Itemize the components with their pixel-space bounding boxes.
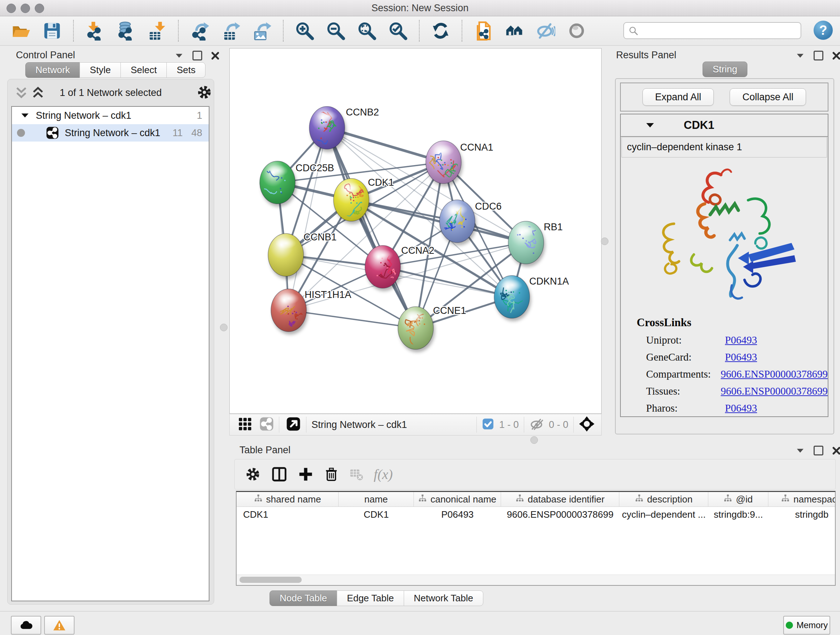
column-header-database-identifier[interactable]: database identifier xyxy=(501,492,619,507)
export-network-icon[interactable] xyxy=(189,21,210,41)
tab-select[interactable]: Select xyxy=(120,62,167,78)
add-column-icon[interactable] xyxy=(298,466,314,482)
network-collection-row[interactable]: String Network – cdk1 1 xyxy=(12,107,209,124)
zoom-in-icon[interactable] xyxy=(294,21,315,41)
results-panel-close-icon[interactable] xyxy=(832,51,840,60)
table-row[interactable]: CDK1CDK1P064939606.ENSP00000378699cyclin… xyxy=(237,507,835,522)
right-splitter-handle[interactable] xyxy=(601,238,608,245)
crosslink-link[interactable]: P06493 xyxy=(725,402,757,414)
memory-status-dot-icon xyxy=(786,622,793,629)
zoom-out-icon[interactable] xyxy=(325,21,346,41)
collapse-all-button[interactable]: Collapse All xyxy=(729,88,806,106)
import-network-icon[interactable] xyxy=(85,21,105,41)
tab-edge-table[interactable]: Edge Table xyxy=(337,591,404,606)
results-button-bar: Expand All Collapse All xyxy=(620,82,829,111)
table-cell[interactable]: P06493 xyxy=(414,507,501,522)
control-panel-float-icon[interactable] xyxy=(193,51,202,60)
table-cell[interactable]: CDK1 xyxy=(339,507,414,522)
column-header-shared-name[interactable]: shared name xyxy=(237,492,339,507)
horizontal-splitter-handle[interactable] xyxy=(531,436,538,444)
export-image-icon[interactable] xyxy=(252,21,272,41)
cloud-button[interactable] xyxy=(11,616,41,635)
network-row-selected[interactable]: String Network – cdk1 11 48 xyxy=(12,124,209,141)
warning-button[interactable] xyxy=(44,616,74,635)
crosslink-label: Compartments: xyxy=(646,368,721,380)
crosslink-link[interactable]: P06493 xyxy=(725,334,757,346)
crosslink-link[interactable]: 9606.ENSP00000378699 xyxy=(721,385,828,397)
export-table-icon[interactable] xyxy=(221,21,241,41)
collection-expand-caret-icon[interactable] xyxy=(20,111,30,120)
tab-sets[interactable]: Sets xyxy=(166,62,205,78)
hide-glasses-icon[interactable] xyxy=(535,21,556,41)
tab-string[interactable]: String xyxy=(703,62,747,77)
table-cell[interactable]: cyclin–dependent ... xyxy=(619,507,708,522)
network-canvas[interactable]: CCNB2CCNA1CDC25BCDK1CDC6RB1CCNB1CCNA2CDK… xyxy=(229,48,602,414)
crosslink-link[interactable]: 9606.ENSP00000378699 xyxy=(721,368,828,380)
crosslink-label: Uniprot: xyxy=(646,334,725,346)
help-button[interactable]: ? xyxy=(813,21,833,40)
column-header-name[interactable]: name xyxy=(339,492,414,507)
save-session-icon[interactable] xyxy=(42,21,62,41)
left-splitter-handle[interactable] xyxy=(220,324,227,331)
import-database-icon[interactable] xyxy=(116,21,136,41)
tab-network-table[interactable]: Network Table xyxy=(404,591,483,606)
search-box[interactable] xyxy=(623,22,801,39)
tree-column-icon xyxy=(781,494,790,505)
selected-checkbox-icon[interactable] xyxy=(482,418,494,432)
memory-button[interactable]: Memory xyxy=(783,616,830,635)
table-horizontal-scrollbar[interactable] xyxy=(237,575,835,585)
table-panel-float-icon[interactable] xyxy=(813,446,823,455)
table-panel-title: Table Panel xyxy=(240,445,291,456)
open-session-icon[interactable] xyxy=(11,21,31,41)
node-label: CCNA1 xyxy=(460,142,493,153)
table-cell[interactable]: stringdb:9... xyxy=(708,507,768,522)
zoom-fit-icon[interactable] xyxy=(357,21,377,41)
crosslink-link[interactable]: P06493 xyxy=(725,351,757,363)
results-panel-menu-icon[interactable] xyxy=(796,52,805,60)
table-cell[interactable]: 9606.ENSP00000378699 xyxy=(501,507,619,522)
column-header-@id[interactable]: @id xyxy=(708,492,768,507)
table-cell[interactable]: stringdb xyxy=(768,507,836,522)
results-panel-float-icon[interactable] xyxy=(813,51,823,60)
scrollbar-thumb[interactable] xyxy=(240,577,302,583)
table-panel-menu-icon[interactable] xyxy=(796,447,805,455)
open-in-new-icon[interactable] xyxy=(286,416,301,433)
function-builder-icon[interactable]: f(x) xyxy=(374,466,393,482)
node-label: CDC6 xyxy=(475,201,502,212)
string-results-container: Expand All Collapse All CDK1 cyclin–depe… xyxy=(615,78,834,434)
node-label: CCNB2 xyxy=(346,107,379,118)
birdseye-grid-icon[interactable] xyxy=(238,417,252,432)
table-cell[interactable]: CDK1 xyxy=(237,507,339,522)
table-panel-close-icon[interactable] xyxy=(832,447,840,455)
table-settings-gear-icon[interactable] xyxy=(245,466,261,482)
select-columns-icon[interactable] xyxy=(271,466,287,483)
gene-entry-card: CDK1 cyclin–dependent kinase 1 xyxy=(620,114,829,417)
column-header-canonical-name[interactable]: canonical name xyxy=(414,492,501,507)
column-header-description[interactable]: description xyxy=(619,492,708,507)
search-input[interactable] xyxy=(638,25,801,36)
tab-network[interactable]: Network xyxy=(25,62,80,78)
delete-column-trash-icon[interactable] xyxy=(324,467,339,482)
crosslink-label: Tissues: xyxy=(646,385,721,397)
string-share-icon[interactable] xyxy=(259,417,274,432)
refresh-icon[interactable] xyxy=(431,21,451,41)
gene-entry-header[interactable]: CDK1 xyxy=(621,114,828,137)
tab-node-table[interactable]: Node Table xyxy=(270,591,337,606)
delete-table-icon[interactable] xyxy=(349,467,363,481)
string-document-icon[interactable] xyxy=(473,21,493,41)
tab-style[interactable]: Style xyxy=(80,62,121,78)
expand-all-button[interactable]: Expand All xyxy=(643,88,714,106)
control-panel-menu-icon[interactable] xyxy=(174,52,184,60)
gene-collapse-caret-icon[interactable] xyxy=(645,120,655,130)
network-edge[interactable] xyxy=(289,128,327,310)
control-panel-close-icon[interactable] xyxy=(211,51,219,60)
homology-models-icon[interactable] xyxy=(504,21,524,41)
pan-crosshair-icon[interactable] xyxy=(579,416,595,433)
network-options-gear-icon[interactable] xyxy=(196,84,212,102)
show-orb-icon[interactable] xyxy=(567,21,587,41)
zoom-selected-icon[interactable] xyxy=(388,21,408,41)
column-header-namespace[interactable]: namespace xyxy=(768,492,836,507)
hidden-eye-slash-icon[interactable] xyxy=(529,417,544,432)
import-table-icon[interactable] xyxy=(147,21,167,41)
node-label: RB1 xyxy=(544,222,563,233)
